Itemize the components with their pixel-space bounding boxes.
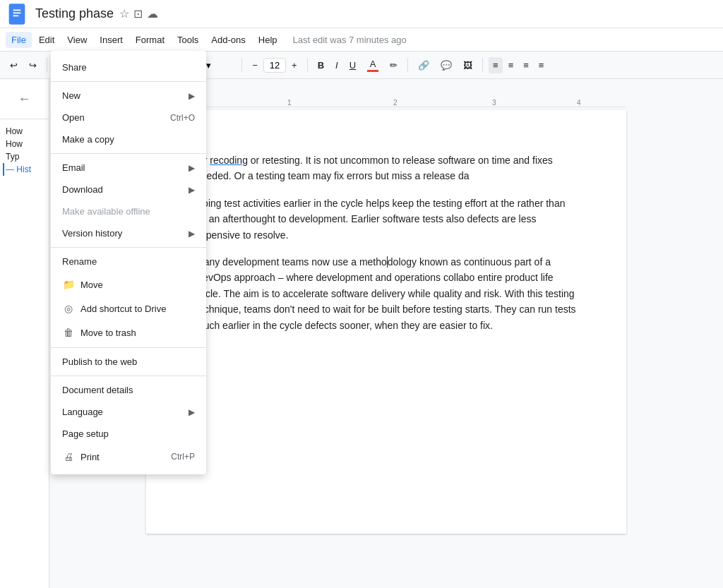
font-size-input[interactable]: 12 (263, 58, 286, 73)
bold-button[interactable]: B (313, 57, 328, 73)
sidebar-item-hist[interactable]: — Hist (3, 163, 46, 176)
toolbar-sep-5 (307, 58, 308, 72)
undo-button[interactable]: ↩ (6, 57, 22, 73)
ruler-mark-5: 4 (577, 99, 581, 107)
font-size-decrease[interactable]: − (248, 57, 262, 73)
publish-web-label: Publish to the web (62, 356, 137, 367)
align-left-button[interactable]: ≡ (489, 57, 503, 73)
recoding-word: recoding (210, 155, 248, 166)
align-center-button[interactable]: ≡ (504, 57, 518, 73)
menu-item-add-shortcut[interactable]: ◎ Add shortcut to Drive (51, 296, 206, 320)
menu-bar: File Edit View Insert Format Tools Add-o… (0, 28, 723, 51)
font-size-control: − 12 + (248, 57, 301, 73)
ruler: 1 1 2 3 4 (146, 93, 626, 107)
menu-insert[interactable]: Insert (94, 32, 129, 48)
menu-help[interactable]: Help (253, 32, 283, 48)
menu-item-make-copy[interactable]: Make a copy (51, 128, 206, 150)
image-button[interactable]: 🖼 (459, 57, 477, 73)
link-button[interactable]: 🔗 (414, 57, 434, 73)
menu-addons[interactable]: Add-ons (205, 32, 251, 48)
rename-label: Rename (62, 256, 97, 267)
svg-rect-2 (13, 9, 20, 11)
top-bar: Testing phase ☆ ⊡ ☁ (0, 0, 723, 28)
make-offline-label: Make available offline (62, 206, 150, 217)
print-shortcut: Ctrl+P (171, 452, 195, 462)
download-label: Download (62, 184, 103, 195)
language-label: Language (62, 407, 103, 417)
menu-item-doc-details[interactable]: Document details (51, 379, 206, 401)
doc-details-label: Document details (62, 385, 133, 395)
highlight-button[interactable]: ✏ (386, 57, 402, 73)
doc-page: for recoding or retesting. It is not unc… (146, 110, 626, 534)
menu-section-share: Share (51, 54, 206, 82)
language-arrow: ▶ (189, 407, 195, 417)
menu-item-page-setup[interactable]: Page setup (51, 423, 206, 445)
email-label: Email (62, 162, 85, 173)
menu-item-publish-web[interactable]: Publish to the web (51, 351, 206, 373)
menu-tools[interactable]: Tools (172, 32, 204, 48)
move-label: Move (80, 280, 103, 290)
sidebar-back-button[interactable]: ← (11, 85, 39, 113)
align-buttons: ≡ ≡ ≡ ≡ (489, 57, 548, 73)
trash-icon: 🗑 (62, 326, 75, 339)
menu-item-print[interactable]: 🖨 Print Ctrl+P (51, 445, 206, 469)
open-label: Open (62, 112, 85, 123)
sidebar-item-how1[interactable]: How (3, 125, 46, 138)
star-icon[interactable]: ☆ (119, 7, 129, 20)
toolbar-sep-1 (47, 58, 47, 72)
print-icon: 🖨 (62, 450, 75, 463)
menu-item-version-history[interactable]: Version history ▶ (51, 222, 206, 244)
menu-section-new: New ▶ Open Ctrl+O Make a copy (51, 82, 206, 154)
font-dropdown-arrow: ▾ (206, 60, 211, 71)
redo-button[interactable]: ↪ (25, 57, 41, 73)
toolbar-sep-7 (482, 58, 483, 72)
menu-view[interactable]: View (61, 32, 92, 48)
menu-item-rename[interactable]: Rename (51, 251, 206, 272)
text-color-icon: A (367, 59, 378, 72)
menu-edit[interactable]: Edit (33, 32, 60, 48)
email-arrow: ▶ (189, 163, 195, 173)
menu-file[interactable]: File (6, 32, 32, 48)
doc-icon (6, 3, 28, 25)
menu-section-publish: Publish to the web (51, 348, 206, 376)
make-copy-label: Make a copy (62, 134, 114, 145)
font-size-increase[interactable]: + (287, 57, 301, 73)
cursor (387, 256, 388, 268)
move-left: 📁 Move (62, 278, 103, 291)
move-trash-label: Move to trash (80, 328, 136, 338)
align-right-button[interactable]: ≡ (519, 57, 533, 73)
folder-icon[interactable]: ⊡ (133, 7, 143, 20)
sidebar: ← How How Typ — Hist (0, 79, 49, 588)
menu-section-rename: Rename 📁 Move ◎ Add shortcut to Drive 🗑 … (51, 248, 206, 348)
menu-item-move[interactable]: 📁 Move (51, 272, 206, 296)
svg-rect-3 (13, 12, 20, 13)
doc-title: Testing phase (35, 6, 114, 21)
download-arrow: ▶ (189, 185, 195, 195)
menu-item-download[interactable]: Download ▶ (51, 179, 206, 200)
underline-button[interactable]: U (345, 57, 360, 73)
page-setup-label: Page setup (62, 428, 109, 439)
comment-button[interactable]: 💬 (436, 57, 456, 73)
doc-text: for recoding or retesting. It is not unc… (196, 152, 577, 333)
italic-button[interactable]: I (331, 57, 342, 73)
cloud-icon[interactable]: ☁ (147, 7, 158, 20)
menu-format[interactable]: Format (130, 32, 170, 48)
sidebar-item-how2[interactable]: How (3, 138, 46, 150)
drive-icon: ◎ (62, 302, 75, 315)
menu-item-new[interactable]: New ▶ (51, 85, 206, 107)
new-label: New (62, 90, 80, 101)
menu-item-share[interactable]: Share (51, 56, 206, 78)
align-justify-button[interactable]: ≡ (534, 57, 549, 73)
add-shortcut-left: ◎ Add shortcut to Drive (62, 302, 166, 315)
sidebar-item-typ[interactable]: Typ (3, 150, 46, 163)
color-bar (367, 70, 378, 72)
ruler-mark-3: 2 (393, 99, 398, 107)
text-color-button[interactable]: A (363, 56, 383, 75)
title-icons: ☆ ⊡ ☁ (119, 7, 158, 20)
menu-item-email[interactable]: Email ▶ (51, 157, 206, 179)
menu-item-language[interactable]: Language ▶ (51, 401, 206, 423)
toolbar-sep-6 (407, 58, 408, 72)
menu-item-move-trash[interactable]: 🗑 Move to trash (51, 320, 206, 344)
menu-item-open[interactable]: Open Ctrl+O (51, 107, 206, 128)
toolbar-sep-4 (241, 58, 242, 72)
